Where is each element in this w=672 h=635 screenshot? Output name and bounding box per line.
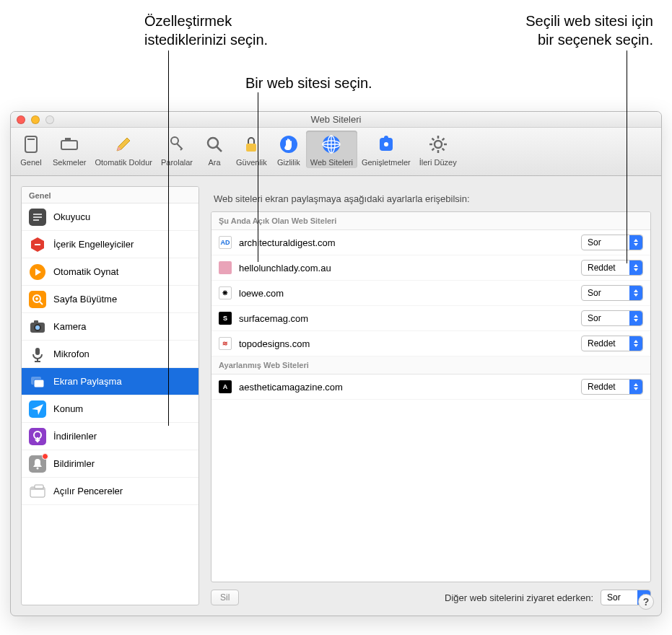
popup-arrows-icon [629,286,642,300]
sidebar-item-icon [29,318,46,336]
toolbar-tab-search[interactable]: Ara [197,131,232,168]
pencil-icon [111,132,136,157]
toolbar-tab-lock[interactable]: Güvenlik [232,131,271,168]
popup-arrows-icon [629,311,642,325]
sidebar-item-label: Konum [53,403,83,414]
permission-value: Reddet [588,263,629,273]
toolbar-tab-hand[interactable]: Gizlilik [271,131,306,168]
lock-icon [239,132,263,157]
svg-rect-46 [34,380,44,387]
permission-popup[interactable]: Reddet [581,260,643,276]
svg-rect-55 [35,485,43,489]
permission-popup[interactable]: Sor [581,285,643,301]
website-row[interactable]: ≋ topodesigns.com Reddet [211,331,650,356]
callout-leader-line [258,92,258,262]
website-domain: loewe.com [239,288,581,299]
svg-line-22 [432,139,434,141]
sidebar-item[interactable]: Açılır Pencereler [22,478,198,505]
svg-point-40 [35,325,40,330]
website-row[interactable]: ❋ loewe.com Sor [211,281,650,306]
sidebar-item[interactable]: Otomatik Oynat [22,258,198,286]
permission-popup[interactable]: Reddet [581,336,643,351]
sidebar-item-icon [29,400,46,418]
permission-popup[interactable]: Reddet [581,379,643,395]
website-domain: aestheticamagazine.com [239,382,581,393]
website-domain: hellolunchlady.com.au [239,263,581,273]
svg-rect-42 [35,348,40,355]
tabs-icon [57,132,82,157]
permission-value: Reddet [588,382,629,392]
sidebar-item-icon [29,291,46,308]
sidebar-item[interactable]: Ekran Paylaşma [22,368,198,395]
permission-popup[interactable]: Sor [581,235,643,250]
delete-button[interactable]: Sil [211,590,239,605]
website-row[interactable]: hellolunchlady.com.au Reddet [211,255,650,281]
permission-popup[interactable]: Sor [581,310,643,326]
svg-line-18 [442,149,444,151]
toolbar-tab-label: Güvenlik [236,158,267,167]
other-sites-label: Diğer web sitelerini ziyaret ederken: [445,592,593,603]
toolbar-tab-label: Genişletmeler [362,158,411,167]
toolbar-tab-label: Web Siteleri [310,158,353,167]
sidebar-item-label: Otomatik Oynat [53,266,118,277]
callout-text: istediklerinizi seçin. [144,32,268,48]
svg-point-52 [37,467,39,469]
sidebar-item-icon [29,428,46,445]
sidebar-item[interactable]: Kamera [22,313,198,341]
sidebar-section-header: Genel [22,187,198,203]
favicon: A [219,380,232,393]
website-domain: architecturaldigest.com [239,237,581,248]
help-button[interactable]: ? [638,594,654,610]
popup-arrows-icon [629,235,642,250]
sidebar-item[interactable]: Okuyucu [22,203,198,231]
toolbar-tab-tabs[interactable]: Sekmeler [48,131,90,168]
sidebar-item[interactable]: İçerik Engelleyiciler [22,231,198,258]
sidebar-item[interactable]: İndirilenler [22,423,198,450]
toolbar-tab-switch[interactable]: Genel [14,131,48,168]
badge-icon [42,453,48,460]
puzzle-icon [374,132,398,157]
svg-point-15 [384,142,388,146]
preferences-window: Web Siteleri Genel Sekmeler Otomatik Dol… [10,111,662,616]
sidebar-item[interactable]: Mikrofon [22,341,198,368]
svg-rect-7 [246,144,256,152]
callout-text: Bir web sitesi seçin. [245,75,372,91]
sidebar-item-icon [29,373,46,390]
sidebar-item-label: Mikrofon [53,349,90,359]
toolbar-tab-globe[interactable]: Web Siteleri [306,131,357,168]
website-row[interactable]: S surfacemag.com Sor [211,306,650,331]
svg-point-16 [435,141,442,148]
svg-line-24 [442,139,444,141]
permission-value: Sor [588,288,629,298]
permission-value: Sor [588,237,629,248]
callout-text: bir seçenek seçin. [538,32,653,48]
sidebar-item-icon [29,455,46,473]
toolbar-tab-pencil[interactable]: Otomatik Doldur [90,131,156,168]
svg-rect-2 [61,141,77,149]
sidebar-item-label: Okuyucu [53,211,90,222]
sidebar-item-label: Kamera [53,321,87,332]
callout-text: Seçili web sitesi için [525,13,653,29]
sidebar-item[interactable]: Sayfa Büyütme [22,286,198,313]
sidebar-item[interactable]: Konum [22,395,198,423]
sidebar-item-icon [29,483,46,500]
callout-leader-line [627,51,627,263]
toolbar-tab-label: Otomatik Doldur [95,158,152,167]
toolbar-tab-key[interactable]: Parolalar [157,131,197,168]
svg-rect-30 [35,244,40,245]
intro-text: Web siteleri ekran paylaşmaya aşağıdaki … [214,193,648,204]
popup-arrows-icon [629,380,642,394]
globe-icon [319,132,344,157]
website-row[interactable]: AD architecturaldigest.com Sor [211,230,650,255]
sidebar-item-label: İndirilenler [53,431,97,442]
svg-point-5 [208,138,218,148]
favicon [219,261,232,274]
toolbar-tab-gear[interactable]: İleri Düzey [415,131,461,168]
permission-value: Reddet [588,338,629,349]
websites-list: Şu Anda Açık Olan Web Siteleri AD archit… [211,211,651,582]
website-row[interactable]: A aestheticamagazine.com Reddet [211,375,650,400]
toolbar-tab-puzzle[interactable]: Genişletmeler [357,131,415,168]
switch-icon [19,132,43,157]
toolbar-tab-label: Genel [20,158,41,167]
sidebar-item[interactable]: Bildirimler [22,450,198,478]
